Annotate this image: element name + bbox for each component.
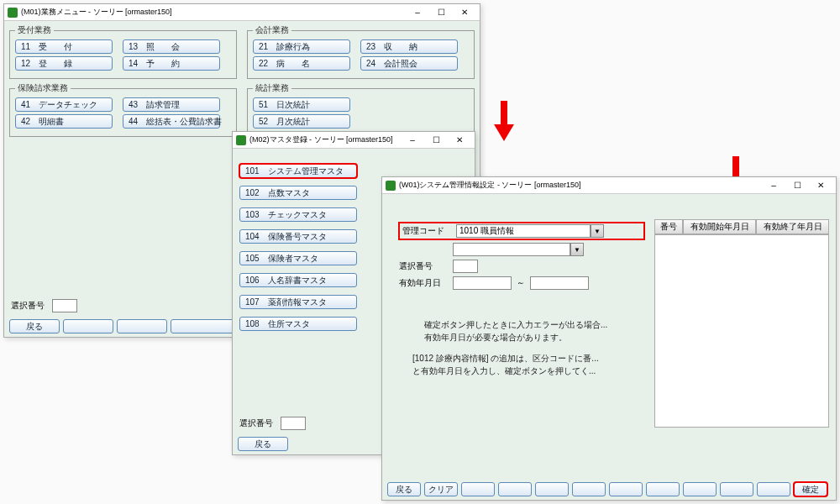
menu-41-datacheck[interactable]: 41 データチェック — [15, 97, 113, 112]
app-icon — [8, 8, 18, 18]
footer-btn-9[interactable] — [683, 482, 717, 496]
code-value[interactable]: 1010 職員情報 — [456, 224, 591, 238]
footer-btn-7[interactable] — [609, 482, 643, 496]
menu-51-daily[interactable]: 51 日次統計 — [253, 97, 350, 112]
code-label: 管理コード — [402, 225, 456, 237]
stats-group: 統計業務 51 日次統計 52 月次統計 — [247, 82, 475, 137]
menu-23-receipt[interactable]: 23 収 納 — [360, 39, 458, 54]
back-button[interactable]: 戻る — [9, 319, 60, 333]
menu-11-reception[interactable]: 11 受 付 — [15, 39, 113, 54]
col-num: 番号 — [654, 219, 683, 234]
system-settings-window: (W01)システム管理情報設定 - ソーリー [ormaster150] – ☐… — [381, 176, 837, 501]
menu-43-claimmgmt[interactable]: 43 請求管理 — [123, 97, 220, 112]
notice-1: 確定ボタン押したときに入力エラーが出る場合... 有効年月日が必要な場合がありま… — [424, 318, 644, 344]
maximize-icon[interactable]: ☐ — [424, 133, 448, 148]
footer-btn-8[interactable] — [646, 482, 680, 496]
menu-108-address[interactable]: 108 住所マスタ — [239, 317, 357, 331]
close-icon[interactable]: ✕ — [448, 133, 471, 148]
menu-13-inquiry[interactable]: 13 照 会 — [123, 39, 220, 54]
accounting-group: 会計業務 21 診療行為23 収 納 22 病 名24 会計照会 — [247, 24, 475, 79]
chevron-down-icon[interactable]: ▼ — [570, 243, 584, 256]
menu-107-drug[interactable]: 107 薬剤情報マスタ — [239, 295, 357, 309]
minimize-icon[interactable]: – — [406, 5, 429, 20]
menu-24-acctinquiry[interactable]: 24 会計照会 — [360, 56, 458, 71]
footer-btn-3[interactable] — [461, 482, 495, 496]
app-icon — [386, 181, 396, 191]
footer-btn-5[interactable] — [535, 482, 569, 496]
date-from-input[interactable] — [453, 276, 512, 290]
footer-bar: 戻る クリア 確定 — [387, 482, 831, 496]
table-header: 番号 有効開始年月日 有効終了年月日 — [654, 219, 829, 234]
window-title: (M02)マスタ登録 - ソーリー [ormaster150] — [249, 134, 401, 145]
code-combo[interactable]: 1010 職員情報 ▼ — [456, 224, 604, 238]
clear-button[interactable]: クリア — [424, 482, 458, 496]
menu-14-reserve[interactable]: 14 予 約 — [123, 56, 220, 71]
footer-btn-11[interactable] — [757, 482, 790, 496]
sub-value[interactable] — [453, 243, 570, 256]
chevron-down-icon[interactable]: ▼ — [591, 224, 604, 238]
selection-label: 選択番号 — [11, 300, 45, 312]
menu-101-system[interactable]: 101 システム管理マスタ — [239, 164, 357, 178]
back-button[interactable]: 戻る — [238, 437, 288, 451]
menu-103-check[interactable]: 103 チェックマスタ — [239, 207, 357, 222]
menu-21-treatment[interactable]: 21 診療行為 — [253, 39, 350, 54]
minimize-icon[interactable]: – — [401, 133, 424, 148]
back-button[interactable]: 戻る — [387, 482, 421, 496]
minimize-icon[interactable]: – — [762, 178, 785, 193]
maximize-icon[interactable]: ☐ — [429, 5, 453, 20]
close-icon[interactable]: ✕ — [809, 178, 832, 193]
menu-22-disease[interactable]: 22 病 名 — [253, 56, 350, 71]
selection-input[interactable] — [52, 299, 77, 312]
footer-btn-6[interactable] — [572, 482, 606, 496]
date-separator: ～ — [517, 277, 525, 289]
titlebar: (W01)システム管理情報設定 - ソーリー [ormaster150] – ☐… — [382, 177, 836, 194]
close-icon[interactable]: ✕ — [453, 5, 476, 20]
window-title: (M01)業務メニュー - ソーリー [ormaster150] — [21, 7, 406, 18]
date-to-input[interactable] — [530, 276, 589, 290]
footer-btn-10[interactable] — [720, 482, 753, 496]
flow-arrow-1 — [494, 101, 514, 148]
notice-2: [1012 診療内容情報] の追加は、区分コードに番... と有効年月日を入力し… — [412, 352, 644, 377]
menu-52-monthly[interactable]: 52 月次統計 — [253, 114, 350, 129]
app-icon — [236, 135, 246, 145]
sub-combo[interactable]: ▼ — [453, 243, 584, 256]
claim-group: 保険請求業務 41 データチェック43 請求管理 42 明細書44 総括表・公費… — [9, 82, 237, 137]
menu-42-detail[interactable]: 42 明細書 — [15, 114, 113, 129]
col-start: 有効開始年月日 — [683, 219, 756, 234]
menu-102-point[interactable]: 102 点数マスタ — [239, 186, 357, 200]
footer-btn-4[interactable] — [498, 482, 532, 496]
selection-input[interactable] — [281, 417, 306, 430]
window-title: (W01)システム管理情報設定 - ソーリー [ormaster150] — [399, 180, 762, 191]
footer-btn-2[interactable] — [63, 319, 113, 333]
menu-12-register[interactable]: 12 登 録 — [15, 56, 113, 71]
menu-106-name[interactable]: 106 人名辞書マスタ — [239, 273, 357, 287]
titlebar: (M02)マスタ登録 - ソーリー [ormaster150] – ☐ ✕ — [233, 132, 475, 149]
confirm-button[interactable]: 確定 — [794, 482, 827, 496]
result-list[interactable] — [654, 234, 829, 428]
code-row: 管理コード 1010 職員情報 ▼ — [399, 223, 644, 239]
col-end: 有効終了年月日 — [756, 219, 829, 234]
menu-44-summary[interactable]: 44 総括表・公費請求書 — [123, 114, 220, 129]
reception-group: 受付業務 11 受 付13 照 会 12 登 録14 予 約 — [9, 24, 237, 79]
footer-btn-3[interactable] — [117, 319, 167, 333]
date-label: 有効年月日 — [399, 277, 453, 289]
maximize-icon[interactable]: ☐ — [785, 178, 809, 193]
menu-105-insurer[interactable]: 105 保険者マスタ — [239, 251, 357, 265]
selection-input[interactable] — [453, 260, 478, 273]
selection-label: 選択番号 — [239, 417, 273, 429]
titlebar: (M01)業務メニュー - ソーリー [ormaster150] – ☐ ✕ — [4, 4, 480, 21]
sel-label: 選択番号 — [399, 260, 453, 272]
menu-104-insnum[interactable]: 104 保険番号マスタ — [239, 229, 357, 244]
